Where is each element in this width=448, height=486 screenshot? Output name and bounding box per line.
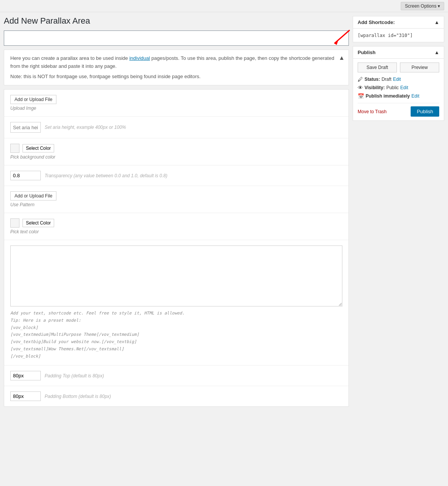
hint-line7: [/vov_block] (10, 354, 40, 359)
save-draft-button[interactable]: Save Draft (358, 63, 397, 72)
main-content: Add New Parallax Area Here you can creat… (4, 16, 349, 411)
info-note: Note: this is NOT for frontpage use, fro… (10, 73, 342, 81)
height-section: Set aria height, example 400px or 100% (4, 117, 348, 138)
upload-image-label: Upload Imge (10, 106, 342, 111)
text-color-section: Select Color Pick text color (4, 213, 348, 240)
publish-footer: Move to Trash Publish (358, 103, 439, 117)
shortcode-value: [wparallax id="310"] (358, 33, 413, 38)
page-title: Add New Parallax Area (4, 16, 349, 26)
bg-color-label: Pick background color (10, 154, 342, 160)
preview-button[interactable]: Preview (400, 63, 439, 72)
padding-bottom-section: Padding Bottom (default is 80px) (4, 386, 348, 406)
publish-title: Publish (358, 50, 376, 55)
bg-color-section: Select Color Pick background color (4, 138, 348, 165)
transparency-input[interactable] (10, 171, 41, 180)
hint-line5: [vov_textbig]Build your website now.[/vo… (10, 339, 136, 344)
transparency-hint: Transparency (any value between 0.0 and … (45, 173, 167, 178)
hint-line2: Tip: Here is a preset model: (10, 318, 81, 323)
publish-collapse-icon[interactable]: ▲ (434, 50, 439, 55)
content-hints: Add your text, shortcode etc. Feel free … (10, 310, 342, 360)
content-textarea[interactable] (10, 245, 342, 306)
hint-line1: Add your text, shortcode etc. Feel free … (10, 311, 185, 316)
visibility-edit-link[interactable]: Edit (400, 85, 408, 90)
transparency-section: Transparency (any value between 0.0 and … (4, 165, 348, 186)
upload-pattern-button[interactable]: Add or Upload File (10, 191, 56, 200)
padding-top-hint: Padding Top (default is 80px) (45, 373, 104, 379)
screen-options-button[interactable]: Screen Options ▾ (401, 2, 444, 10)
hint-line3: [vov_block] (10, 325, 38, 330)
status-value: Draft (382, 77, 392, 82)
height-hint: Set aria height, example 400px or 100% (45, 125, 126, 130)
publish-immediately-label: Publish immediately (366, 93, 410, 99)
publish-box-header[interactable]: Publish ▲ (353, 47, 444, 59)
publish-box-body: Save Draft Preview 🖊 Status: Draft Edit … (353, 59, 444, 120)
publish-date-row: 📅 Publish immediately Edit (358, 93, 439, 99)
status-icon: 🖊 (358, 76, 363, 82)
text-color-select-button[interactable]: Select Color (22, 219, 54, 227)
publish-immediately-edit-link[interactable]: Edit (411, 93, 419, 99)
padding-bottom-hint: Padding Bottom (default is 80px) (45, 394, 111, 399)
padding-top-input[interactable] (10, 371, 41, 380)
meta-box: Add or Upload File Upload Imge Set aria … (4, 89, 349, 407)
publish-box: Publish ▲ Save Draft Preview 🖊 Status: D… (353, 46, 444, 121)
upload-image-button[interactable]: Add or Upload File (10, 95, 56, 104)
visibility-icon: 👁 (358, 85, 363, 91)
status-edit-link[interactable]: Edit (393, 77, 401, 82)
status-label: Status: (365, 77, 380, 82)
sidebar: Add Shortcode: ▲ [wparallax id="310"] Pu… (353, 16, 444, 125)
publish-button[interactable]: Publish (411, 106, 439, 117)
text-color-label: Pick text color (10, 229, 342, 234)
padding-bottom-input[interactable] (10, 391, 41, 401)
info-box: Here you can create a parallax area to b… (4, 50, 349, 85)
height-input[interactable] (10, 122, 41, 133)
shortcode-box-header[interactable]: Add Shortcode: ▲ (353, 16, 444, 29)
move-trash-link[interactable]: Move to Trash (358, 109, 387, 114)
calendar-icon: 📅 (358, 93, 364, 99)
hint-line6: [vov_textsmall]Wow Themes.Net[/vov_texts… (10, 346, 124, 351)
info-text: Here you can create a parallax area to b… (10, 55, 342, 71)
hint-line4: [vov_textmedium]MultiPurpose Theme[/vov_… (10, 332, 139, 337)
info-collapse-arrow[interactable]: ▲ (339, 55, 345, 61)
individual-link[interactable]: individual (129, 55, 150, 61)
upload-image-section: Add or Upload File Upload Imge (4, 90, 348, 117)
content-section: Add your text, shortcode etc. Feel free … (4, 240, 348, 366)
pattern-section: Add or Upload File Use Pattern (4, 186, 348, 213)
status-row: 🖊 Status: Draft Edit (358, 76, 439, 82)
visibility-value: Public (386, 85, 399, 90)
text-color-swatch[interactable] (10, 218, 19, 228)
shortcode-box: Add Shortcode: ▲ [wparallax id="310"] (353, 16, 444, 42)
visibility-label: Visibility: (365, 85, 385, 90)
shortcode-box-body: [wparallax id="310"] (353, 29, 444, 42)
shortcode-collapse-icon[interactable]: ▲ (434, 19, 439, 25)
pattern-label: Use Pattern (10, 202, 342, 207)
shortcode-title: Add Shortcode: (358, 19, 395, 25)
visibility-row: 👁 Visibility: Public Edit (358, 85, 439, 91)
bg-color-select-button[interactable]: Select Color (22, 144, 54, 152)
title-input[interactable] (4, 30, 349, 46)
padding-top-section: Padding Top (default is 80px) (4, 366, 348, 386)
bg-color-swatch[interactable] (10, 144, 19, 153)
